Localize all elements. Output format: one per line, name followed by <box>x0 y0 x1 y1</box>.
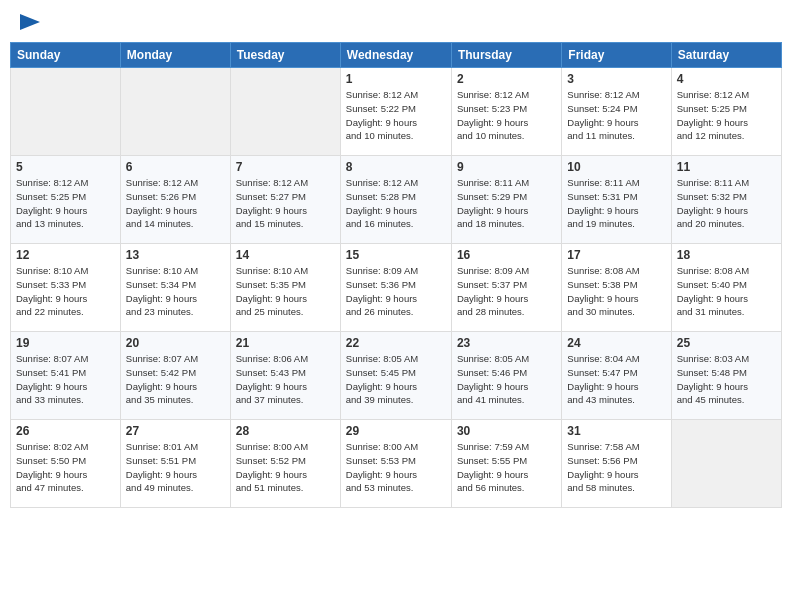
calendar-cell: 16Sunrise: 8:09 AM Sunset: 5:37 PM Dayli… <box>451 244 561 332</box>
day-number: 24 <box>567 336 665 350</box>
day-number: 23 <box>457 336 556 350</box>
day-info: Sunrise: 8:12 AM Sunset: 5:28 PM Dayligh… <box>346 176 446 231</box>
day-info: Sunrise: 8:10 AM Sunset: 5:33 PM Dayligh… <box>16 264 115 319</box>
day-number: 17 <box>567 248 665 262</box>
day-info: Sunrise: 7:59 AM Sunset: 5:55 PM Dayligh… <box>457 440 556 495</box>
calendar-cell: 5Sunrise: 8:12 AM Sunset: 5:25 PM Daylig… <box>11 156 121 244</box>
calendar-cell: 23Sunrise: 8:05 AM Sunset: 5:46 PM Dayli… <box>451 332 561 420</box>
calendar-cell: 7Sunrise: 8:12 AM Sunset: 5:27 PM Daylig… <box>230 156 340 244</box>
day-info: Sunrise: 8:11 AM Sunset: 5:31 PM Dayligh… <box>567 176 665 231</box>
calendar-cell: 14Sunrise: 8:10 AM Sunset: 5:35 PM Dayli… <box>230 244 340 332</box>
day-info: Sunrise: 8:08 AM Sunset: 5:38 PM Dayligh… <box>567 264 665 319</box>
day-number: 3 <box>567 72 665 86</box>
page-header <box>10 10 782 34</box>
day-info: Sunrise: 8:10 AM Sunset: 5:34 PM Dayligh… <box>126 264 225 319</box>
day-info: Sunrise: 8:09 AM Sunset: 5:36 PM Dayligh… <box>346 264 446 319</box>
calendar-cell: 31Sunrise: 7:58 AM Sunset: 5:56 PM Dayli… <box>562 420 671 508</box>
day-info: Sunrise: 8:12 AM Sunset: 5:27 PM Dayligh… <box>236 176 335 231</box>
day-number: 27 <box>126 424 225 438</box>
day-number: 5 <box>16 160 115 174</box>
day-number: 21 <box>236 336 335 350</box>
day-info: Sunrise: 8:00 AM Sunset: 5:52 PM Dayligh… <box>236 440 335 495</box>
day-number: 25 <box>677 336 776 350</box>
calendar-cell: 13Sunrise: 8:10 AM Sunset: 5:34 PM Dayli… <box>120 244 230 332</box>
calendar-cell: 21Sunrise: 8:06 AM Sunset: 5:43 PM Dayli… <box>230 332 340 420</box>
day-info: Sunrise: 7:58 AM Sunset: 5:56 PM Dayligh… <box>567 440 665 495</box>
day-info: Sunrise: 8:12 AM Sunset: 5:22 PM Dayligh… <box>346 88 446 143</box>
day-number: 12 <box>16 248 115 262</box>
day-number: 13 <box>126 248 225 262</box>
day-info: Sunrise: 8:10 AM Sunset: 5:35 PM Dayligh… <box>236 264 335 319</box>
calendar-cell: 26Sunrise: 8:02 AM Sunset: 5:50 PM Dayli… <box>11 420 121 508</box>
day-info: Sunrise: 8:12 AM Sunset: 5:25 PM Dayligh… <box>16 176 115 231</box>
weekday-header-tuesday: Tuesday <box>230 43 340 68</box>
day-info: Sunrise: 8:07 AM Sunset: 5:42 PM Dayligh… <box>126 352 225 407</box>
day-number: 14 <box>236 248 335 262</box>
calendar-cell <box>120 68 230 156</box>
calendar-cell: 12Sunrise: 8:10 AM Sunset: 5:33 PM Dayli… <box>11 244 121 332</box>
day-number: 19 <box>16 336 115 350</box>
day-number: 26 <box>16 424 115 438</box>
calendar-cell <box>671 420 781 508</box>
day-number: 20 <box>126 336 225 350</box>
calendar-cell <box>230 68 340 156</box>
day-number: 4 <box>677 72 776 86</box>
calendar-cell: 29Sunrise: 8:00 AM Sunset: 5:53 PM Dayli… <box>340 420 451 508</box>
calendar-week-3: 12Sunrise: 8:10 AM Sunset: 5:33 PM Dayli… <box>11 244 782 332</box>
day-number: 18 <box>677 248 776 262</box>
day-number: 22 <box>346 336 446 350</box>
day-number: 28 <box>236 424 335 438</box>
weekday-header-saturday: Saturday <box>671 43 781 68</box>
day-info: Sunrise: 8:07 AM Sunset: 5:41 PM Dayligh… <box>16 352 115 407</box>
day-info: Sunrise: 8:12 AM Sunset: 5:23 PM Dayligh… <box>457 88 556 143</box>
day-info: Sunrise: 8:02 AM Sunset: 5:50 PM Dayligh… <box>16 440 115 495</box>
day-number: 15 <box>346 248 446 262</box>
calendar-cell: 22Sunrise: 8:05 AM Sunset: 5:45 PM Dayli… <box>340 332 451 420</box>
day-number: 29 <box>346 424 446 438</box>
weekday-header-row: SundayMondayTuesdayWednesdayThursdayFrid… <box>11 43 782 68</box>
calendar-cell: 24Sunrise: 8:04 AM Sunset: 5:47 PM Dayli… <box>562 332 671 420</box>
calendar-cell: 27Sunrise: 8:01 AM Sunset: 5:51 PM Dayli… <box>120 420 230 508</box>
calendar-cell: 17Sunrise: 8:08 AM Sunset: 5:38 PM Dayli… <box>562 244 671 332</box>
day-info: Sunrise: 8:09 AM Sunset: 5:37 PM Dayligh… <box>457 264 556 319</box>
weekday-header-wednesday: Wednesday <box>340 43 451 68</box>
day-info: Sunrise: 8:08 AM Sunset: 5:40 PM Dayligh… <box>677 264 776 319</box>
day-number: 2 <box>457 72 556 86</box>
calendar-week-1: 1Sunrise: 8:12 AM Sunset: 5:22 PM Daylig… <box>11 68 782 156</box>
calendar-cell: 28Sunrise: 8:00 AM Sunset: 5:52 PM Dayli… <box>230 420 340 508</box>
weekday-header-thursday: Thursday <box>451 43 561 68</box>
calendar-cell: 15Sunrise: 8:09 AM Sunset: 5:36 PM Dayli… <box>340 244 451 332</box>
day-info: Sunrise: 8:12 AM Sunset: 5:25 PM Dayligh… <box>677 88 776 143</box>
day-number: 6 <box>126 160 225 174</box>
calendar-cell: 3Sunrise: 8:12 AM Sunset: 5:24 PM Daylig… <box>562 68 671 156</box>
day-number: 7 <box>236 160 335 174</box>
calendar-week-2: 5Sunrise: 8:12 AM Sunset: 5:25 PM Daylig… <box>11 156 782 244</box>
calendar-table: SundayMondayTuesdayWednesdayThursdayFrid… <box>10 42 782 508</box>
calendar-week-4: 19Sunrise: 8:07 AM Sunset: 5:41 PM Dayli… <box>11 332 782 420</box>
calendar-week-5: 26Sunrise: 8:02 AM Sunset: 5:50 PM Dayli… <box>11 420 782 508</box>
day-number: 10 <box>567 160 665 174</box>
weekday-header-sunday: Sunday <box>11 43 121 68</box>
day-info: Sunrise: 8:03 AM Sunset: 5:48 PM Dayligh… <box>677 352 776 407</box>
weekday-header-friday: Friday <box>562 43 671 68</box>
day-info: Sunrise: 8:01 AM Sunset: 5:51 PM Dayligh… <box>126 440 225 495</box>
calendar-cell: 9Sunrise: 8:11 AM Sunset: 5:29 PM Daylig… <box>451 156 561 244</box>
calendar-cell: 20Sunrise: 8:07 AM Sunset: 5:42 PM Dayli… <box>120 332 230 420</box>
logo-flag-icon <box>20 14 40 30</box>
svg-marker-0 <box>20 14 40 30</box>
calendar-cell: 8Sunrise: 8:12 AM Sunset: 5:28 PM Daylig… <box>340 156 451 244</box>
day-info: Sunrise: 8:11 AM Sunset: 5:32 PM Dayligh… <box>677 176 776 231</box>
day-number: 31 <box>567 424 665 438</box>
calendar-cell: 4Sunrise: 8:12 AM Sunset: 5:25 PM Daylig… <box>671 68 781 156</box>
calendar-cell: 6Sunrise: 8:12 AM Sunset: 5:26 PM Daylig… <box>120 156 230 244</box>
day-info: Sunrise: 8:05 AM Sunset: 5:45 PM Dayligh… <box>346 352 446 407</box>
day-number: 30 <box>457 424 556 438</box>
day-number: 11 <box>677 160 776 174</box>
day-info: Sunrise: 8:06 AM Sunset: 5:43 PM Dayligh… <box>236 352 335 407</box>
day-info: Sunrise: 8:12 AM Sunset: 5:26 PM Dayligh… <box>126 176 225 231</box>
calendar-cell <box>11 68 121 156</box>
calendar-cell: 30Sunrise: 7:59 AM Sunset: 5:55 PM Dayli… <box>451 420 561 508</box>
day-number: 8 <box>346 160 446 174</box>
calendar-cell: 18Sunrise: 8:08 AM Sunset: 5:40 PM Dayli… <box>671 244 781 332</box>
logo <box>18 14 40 30</box>
